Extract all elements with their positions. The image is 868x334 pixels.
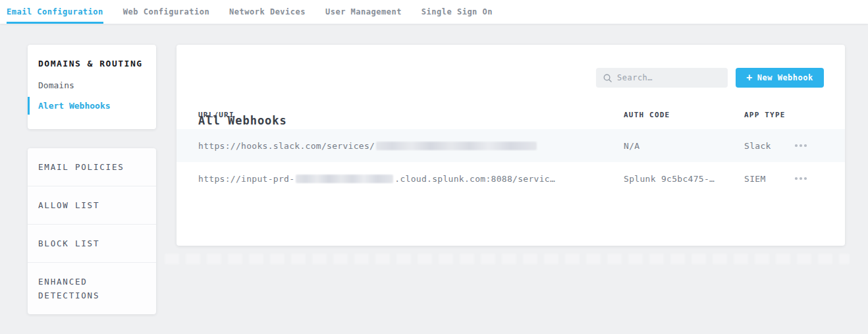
background-ghost-texture [165,254,850,264]
plus-icon: + [746,73,753,83]
search-input[interactable] [617,73,720,82]
url-text: https://input-prd- [198,174,294,184]
tab-user-management[interactable]: User Management [325,0,402,24]
webhook-url-cell: https://input-prd-.cloud.splunk.com:8088… [198,174,624,184]
new-webhook-label: New Webhook [757,73,813,82]
column-header-auth-code: AUTH CODE [624,111,744,119]
auth-code-cell: N/A [624,141,744,151]
row-menu-button[interactable] [795,172,813,185]
row-menu-button[interactable] [795,139,813,152]
tab-web-configuration[interactable]: Web Configuration [123,0,209,24]
sidebar-domains-routing: DOMAINS & ROUTING Domains Alert Webhooks [28,45,156,129]
sidebar-heading: DOMAINS & ROUTING [28,59,156,69]
app-type-cell: SIEM [744,174,795,184]
sidebar-item-email-policies[interactable]: EMAIL POLICIES [28,148,156,186]
sidebar-item-block-list[interactable]: BLOCK LIST [28,224,156,262]
column-header-app-type: APP TYPE [744,111,795,119]
auth-code-cell: Splunk 9c5bc475-… [624,174,744,184]
table-row: https://hooks.slack.com/services/ N/A Sl… [176,129,845,162]
tab-network-devices[interactable]: Network Devices [229,0,306,24]
sidebar-item-alert-webhooks[interactable]: Alert Webhooks [28,98,156,113]
sidebar-item-allow-list[interactable]: ALLOW LIST [28,186,156,224]
table-body: https://hooks.slack.com/services/ N/A Sl… [176,129,845,195]
sidebar-item-domains[interactable]: Domains [28,78,156,93]
sidebar-item-enhanced-detections[interactable]: ENHANCED DETECTIONS [28,262,156,314]
table-header: URL/URI AUTH CODE APP TYPE [176,111,845,119]
webhook-url-cell: https://hooks.slack.com/services/ [198,141,624,151]
url-text-suffix: .cloud.splunk.com:8088/servic… [394,174,555,184]
webhooks-panel: All Webhooks + New Webhook URL/URI AUTH … [176,45,845,246]
search-icon [603,74,612,82]
sidebar-sections: EMAIL POLICIES ALLOW LIST BLOCK LIST ENH… [28,148,156,314]
top-tab-bar: Email Configuration Web Configuration Ne… [0,0,868,24]
redacted-url-segment [376,142,537,150]
redacted-url-segment [296,175,393,183]
url-text: https://hooks.slack.com/services/ [198,141,375,151]
table-row: https://input-prd-.cloud.splunk.com:8088… [176,162,845,195]
app-type-cell: Slack [744,141,795,151]
new-webhook-button[interactable]: + New Webhook [736,68,824,88]
column-header-url: URL/URI [198,111,624,119]
search-box [596,68,728,88]
tab-single-sign-on[interactable]: Single Sign On [421,0,493,24]
tab-email-configuration[interactable]: Email Configuration [7,0,103,24]
